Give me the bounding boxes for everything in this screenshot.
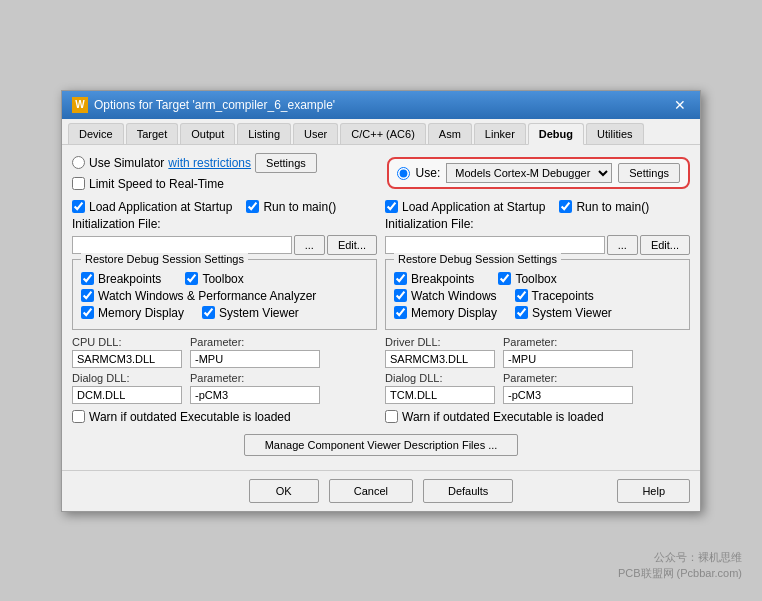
left-breakpoints-row: Breakpoints Toolbox — [81, 272, 368, 286]
right-dialog-dll-label: Dialog DLL: — [385, 372, 495, 384]
use-debugger-box: Use: Models Cortex-M Debugger ST-Link De… — [387, 157, 690, 189]
ok-button[interactable]: OK — [249, 479, 319, 503]
right-dialog-param-input[interactable] — [503, 386, 633, 404]
left-cpu-dll-input[interactable] — [72, 350, 182, 368]
use-debugger-label: Use: — [416, 166, 441, 180]
right-breakpoints-label: Breakpoints — [411, 272, 474, 286]
right-load-app-row: Load Application at Startup Run to main(… — [385, 200, 690, 214]
left-dialog-param-input[interactable] — [190, 386, 320, 404]
manage-btn[interactable]: Manage Component Viewer Description File… — [244, 434, 519, 456]
tab-debug[interactable]: Debug — [528, 123, 584, 145]
left-settings-button[interactable]: Settings — [255, 153, 317, 173]
left-run-main-checkbox[interactable] — [246, 200, 259, 213]
help-button[interactable]: Help — [617, 479, 690, 503]
right-driver-dll-input[interactable] — [385, 350, 495, 368]
left-toolbox-label: Toolbox — [202, 272, 243, 286]
limit-speed-checkbox[interactable] — [72, 177, 85, 190]
tab-listing[interactable]: Listing — [237, 123, 291, 144]
tab-target[interactable]: Target — [126, 123, 179, 144]
tab-device[interactable]: Device — [68, 123, 124, 144]
app-icon: W — [72, 97, 88, 113]
left-dialog-dll-label: Dialog DLL: — [72, 372, 182, 384]
bottom-buttons-row: OK Cancel Defaults Help — [62, 470, 700, 511]
right-init-file-input[interactable] — [385, 236, 605, 254]
left-toolbox-checkbox[interactable] — [185, 272, 198, 285]
left-init-file-input[interactable] — [72, 236, 292, 254]
left-browse-button[interactable]: ... — [294, 235, 325, 255]
left-watch-label: Watch Windows & Performance Analyzer — [98, 289, 316, 303]
right-run-main-checkbox[interactable] — [559, 200, 572, 213]
title-bar: W Options for Target 'arm_compiler_6_exa… — [62, 91, 700, 119]
left-restore-section: Restore Debug Session Settings Breakpoin… — [72, 259, 377, 330]
right-load-app-checkbox[interactable] — [385, 200, 398, 213]
tabs-bar: Device Target Output Listing User C/C++ … — [62, 119, 700, 145]
left-edit-button[interactable]: Edit... — [327, 235, 377, 255]
left-load-app-checkbox[interactable] — [72, 200, 85, 213]
use-debugger-radio[interactable] — [397, 167, 410, 180]
right-restore-section: Restore Debug Session Settings Breakpoin… — [385, 259, 690, 330]
left-dialog-param-label: Parameter: — [190, 372, 320, 384]
right-system-checkbox[interactable] — [515, 306, 528, 319]
main-dialog: W Options for Target 'arm_compiler_6_exa… — [61, 90, 701, 512]
left-breakpoints-checkbox[interactable] — [81, 272, 94, 285]
right-memory-row: Memory Display System Viewer — [394, 306, 681, 320]
right-column: Load Application at Startup Run to main(… — [385, 200, 690, 428]
tab-linker[interactable]: Linker — [474, 123, 526, 144]
left-init-file-row: ... Edit... — [72, 235, 377, 255]
left-dialog-param-field: Parameter: — [190, 372, 320, 404]
left-watch-checkbox[interactable] — [81, 289, 94, 302]
left-run-main-label: Run to main() — [263, 200, 336, 214]
right-dialog-dll-input[interactable] — [385, 386, 495, 404]
left-cpu-dll-row: CPU DLL: Parameter: — [72, 336, 377, 368]
left-system-checkbox[interactable] — [202, 306, 215, 319]
right-restore-label: Restore Debug Session Settings — [394, 253, 561, 265]
right-memory-label: Memory Display — [411, 306, 497, 320]
left-load-app-label: Load Application at Startup — [89, 200, 232, 214]
two-columns: Load Application at Startup Run to main(… — [72, 200, 690, 428]
right-init-file-label: Initialization File: — [385, 217, 690, 231]
right-warn-label: Warn if outdated Executable is loaded — [402, 410, 604, 424]
left-memory-checkbox[interactable] — [81, 306, 94, 319]
right-warn-checkbox[interactable] — [385, 410, 398, 423]
left-warn-checkbox[interactable] — [72, 410, 85, 423]
left-cpu-param-input[interactable] — [190, 350, 320, 368]
tab-asm[interactable]: Asm — [428, 123, 472, 144]
right-dialog-param-label: Parameter: — [503, 372, 633, 384]
left-cpu-param-field: Parameter: — [190, 336, 320, 368]
with-restrictions-link[interactable]: with restrictions — [168, 156, 251, 170]
right-tracepoints-checkbox[interactable] — [515, 289, 528, 302]
manage-btn-row: Manage Component Viewer Description File… — [72, 434, 690, 456]
right-breakpoints-row: Breakpoints Toolbox — [394, 272, 681, 286]
left-warn-row: Warn if outdated Executable is loaded — [72, 410, 377, 424]
right-breakpoints-checkbox[interactable] — [394, 272, 407, 285]
cancel-button[interactable]: Cancel — [329, 479, 413, 503]
bottom-center-buttons: OK Cancel Defaults — [249, 479, 514, 503]
left-cpu-dll-field: CPU DLL: — [72, 336, 182, 368]
tab-cxx[interactable]: C/C++ (AC6) — [340, 123, 426, 144]
close-button[interactable]: ✕ — [670, 97, 690, 113]
right-memory-checkbox[interactable] — [394, 306, 407, 319]
debugger-select[interactable]: Models Cortex-M Debugger ST-Link Debugge… — [446, 163, 612, 183]
left-dialog-dll-input[interactable] — [72, 386, 182, 404]
right-browse-button[interactable]: ... — [607, 235, 638, 255]
use-simulator-radio[interactable] — [72, 156, 85, 169]
defaults-button[interactable]: Defaults — [423, 479, 513, 503]
right-driver-param-input[interactable] — [503, 350, 633, 368]
right-toolbox-label: Toolbox — [515, 272, 556, 286]
tab-user[interactable]: User — [293, 123, 338, 144]
right-run-main-label: Run to main() — [576, 200, 649, 214]
left-memory-label: Memory Display — [98, 306, 184, 320]
right-dialog-dll-row: Dialog DLL: Parameter: — [385, 372, 690, 404]
left-restore-label: Restore Debug Session Settings — [81, 253, 248, 265]
left-warn-label: Warn if outdated Executable is loaded — [89, 410, 291, 424]
right-driver-dll-row: Driver DLL: Parameter: — [385, 336, 690, 368]
right-dialog-param-field: Parameter: — [503, 372, 633, 404]
left-cpu-dll-label: CPU DLL: — [72, 336, 182, 348]
tab-output[interactable]: Output — [180, 123, 235, 144]
right-settings-button[interactable]: Settings — [618, 163, 680, 183]
right-edit-button[interactable]: Edit... — [640, 235, 690, 255]
right-toolbox-checkbox[interactable] — [498, 272, 511, 285]
left-dialog-dll-row: Dialog DLL: Parameter: — [72, 372, 377, 404]
right-watch-checkbox[interactable] — [394, 289, 407, 302]
tab-utilities[interactable]: Utilities — [586, 123, 643, 144]
